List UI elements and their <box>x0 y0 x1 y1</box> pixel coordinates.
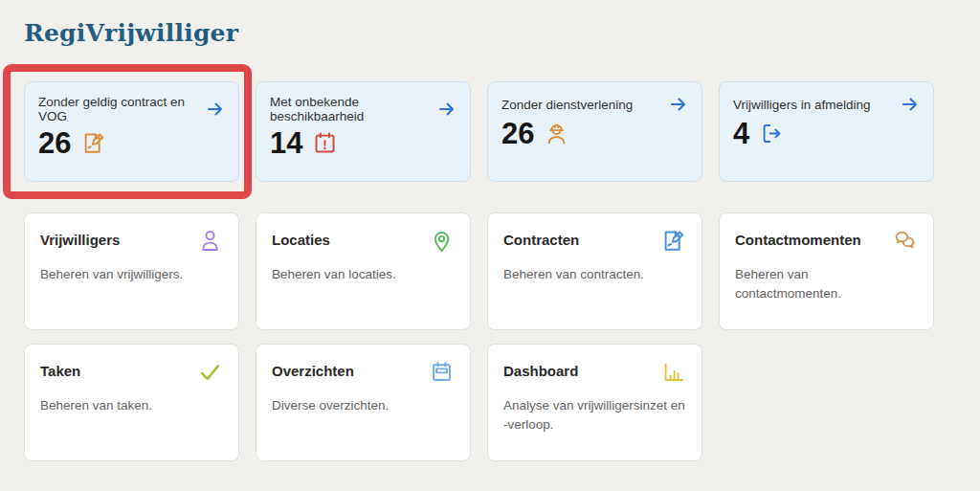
menu-title: Contracten <box>503 228 579 248</box>
worker-icon <box>544 121 569 146</box>
arrow-right-icon[interactable] <box>437 100 457 119</box>
dashboard-page: RegiVrijwilliger Zonder geldig contract … <box>0 0 980 461</box>
calendar-alert-icon <box>312 130 338 156</box>
menu-cards-row-2: Taken Beheren van taken. Overzichten Div… <box>24 344 956 461</box>
contract-sign-icon <box>80 130 106 156</box>
sign-out-icon <box>759 121 785 146</box>
stat-value: 26 <box>501 119 534 148</box>
menu-title: Overzichten <box>272 359 354 379</box>
stat-card-header: Zonder dienstverlening <box>501 95 688 114</box>
menu-cards-row-1: Vrijwilligers Beheren van vrijwilligers.… <box>24 212 956 330</box>
menu-title: Taken <box>40 359 80 379</box>
calendar-box-icon <box>429 359 455 385</box>
stat-card-body: 26 <box>38 128 225 158</box>
check-icon <box>197 359 223 385</box>
menu-card-header: Contactmomenten <box>735 228 918 254</box>
stat-value: 4 <box>733 119 749 148</box>
chat-bubbles-icon <box>892 228 918 254</box>
stat-label: Zonder geldig contract en VOG <box>38 95 206 123</box>
stat-label: Vrijwilligers in afmelding <box>733 98 871 112</box>
menu-description: Beheren van vrijwilligers. <box>40 265 223 284</box>
map-pin-icon <box>429 228 455 254</box>
arrow-right-icon[interactable] <box>206 100 225 119</box>
stat-cards-row: Zonder geldig contract en VOG 26 Met onb… <box>24 81 956 182</box>
contract-sign-icon <box>660 228 686 254</box>
menu-card-header: Locaties <box>272 228 455 254</box>
menu-title: Vrijwilligers <box>40 228 120 248</box>
menu-card-dashboard[interactable]: Dashboard Analyse van vrijwilligersinzet… <box>487 344 702 461</box>
menu-card-header: Contracten <box>503 228 686 254</box>
menu-card-locaties[interactable]: Locaties Beheren van locaties. <box>256 212 471 330</box>
menu-description: Diverse overzichten. <box>272 396 455 415</box>
menu-description: Analyse van vrijwilligersinzet en -verlo… <box>503 396 686 434</box>
menu-card-contactmomenten[interactable]: Contactmomenten Beheren van contactmomen… <box>719 212 934 330</box>
stat-card-body: 26 <box>501 119 688 148</box>
menu-card-overzichten[interactable]: Overzichten Diverse overzichten. <box>256 344 471 461</box>
stat-card-zonder-dienstverlening[interactable]: Zonder dienstverlening 26 <box>487 81 702 182</box>
stat-card-body: 14 <box>270 128 457 158</box>
stat-card-zonder-geldig-contract-en-vog[interactable]: Zonder geldig contract en VOG 26 <box>24 81 239 182</box>
menu-card-vrijwilligers[interactable]: Vrijwilligers Beheren van vrijwilligers. <box>24 212 239 330</box>
menu-card-header: Taken <box>40 359 223 385</box>
person-icon <box>197 228 223 254</box>
stat-card-header: Vrijwilligers in afmelding <box>733 95 920 114</box>
stat-value: 26 <box>38 128 71 158</box>
arrow-right-icon[interactable] <box>901 95 920 114</box>
arrow-right-icon[interactable] <box>669 95 688 114</box>
menu-description: Beheren van locaties. <box>272 265 455 284</box>
bar-chart-icon <box>660 359 686 385</box>
stat-card-header: Met onbekende beschikbaarheid <box>270 95 457 123</box>
menu-card-header: Dashboard <box>503 359 686 385</box>
menu-card-contracten[interactable]: Contracten Beheren van contracten. <box>487 212 702 330</box>
menu-title: Contactmomenten <box>735 228 861 248</box>
stat-card-met-onbekende-beschikbaarheid[interactable]: Met onbekende beschikbaarheid 14 <box>256 81 471 182</box>
stat-value: 14 <box>270 128 302 158</box>
menu-title: Dashboard <box>503 359 578 379</box>
stat-label: Zonder dienstverlening <box>501 98 633 112</box>
stat-card-header: Zonder geldig contract en VOG <box>38 95 225 123</box>
menu-card-header: Vrijwilligers <box>40 228 223 254</box>
menu-card-taken[interactable]: Taken Beheren van taken. <box>24 344 239 461</box>
menu-title: Locaties <box>272 228 330 248</box>
menu-description: Beheren van taken. <box>40 396 223 415</box>
menu-description: Beheren van contracten. <box>503 265 686 284</box>
app-title: RegiVrijwilliger <box>24 19 956 47</box>
menu-description: Beheren van contactmomenten. <box>735 265 918 302</box>
stat-label: Met onbekende beschikbaarheid <box>270 95 437 123</box>
stat-card-vrijwilligers-in-afmelding[interactable]: Vrijwilligers in afmelding 4 <box>719 81 934 182</box>
stat-card-body: 4 <box>733 119 920 148</box>
menu-card-header: Overzichten <box>272 359 455 385</box>
